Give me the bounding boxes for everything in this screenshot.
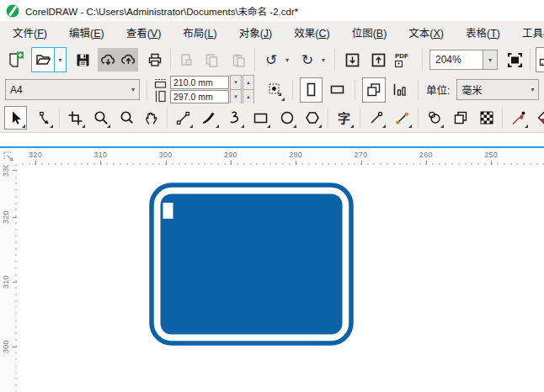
menu-bitmaps[interactable]: 位图(B) — [341, 20, 398, 45]
label: 对象( — [239, 28, 264, 40]
current-page-button[interactable] — [389, 78, 410, 102]
save-to-cloud-button[interactable] — [118, 48, 138, 72]
crop-tool[interactable] — [65, 107, 86, 129]
ellipse-tool[interactable] — [276, 107, 297, 129]
label: ) — [157, 28, 161, 40]
redo-button[interactable]: ↻ — [297, 48, 317, 72]
label: ) — [44, 28, 47, 40]
width-spinner-down[interactable]: ▼ — [230, 75, 242, 90]
shadow-circles-icon — [426, 109, 443, 126]
export-button[interactable] — [368, 48, 388, 72]
page-height-value: 297.0 mm — [173, 92, 213, 102]
menu-table[interactable]: 表格(T) — [455, 20, 511, 45]
landscape-button[interactable] — [327, 78, 348, 102]
nudge-offset-button[interactable] — [264, 78, 285, 102]
redo-dropdown-button[interactable]: ▾ — [317, 48, 328, 72]
import-button[interactable] — [342, 48, 362, 72]
menu-tools[interactable]: 工具(O) — [511, 20, 544, 45]
ruler-origin-corner[interactable] — [0, 148, 18, 166]
nudge-offset-icon — [267, 82, 283, 98]
ruler-label: 280 — [285, 151, 307, 159]
new-document-button[interactable] — [5, 48, 25, 72]
height-spinner-down[interactable]: ▼ — [230, 89, 242, 104]
page-height-field[interactable]: 297.0 mm — [170, 90, 229, 103]
copy-icon — [204, 52, 220, 68]
pick-tool[interactable] — [4, 106, 27, 130]
pattern-fill-tool[interactable] — [476, 107, 497, 129]
toolbox-separator — [328, 108, 328, 128]
pan-tool[interactable] — [141, 107, 162, 129]
label: ) — [213, 28, 216, 40]
text-tool[interactable]: 字 — [333, 107, 355, 129]
shape-tool[interactable] — [33, 107, 54, 129]
label: 工具( — [522, 28, 544, 40]
coreldraw-window: CorelDRAW - C:\Users\Administrator\Docum… — [0, 0, 544, 392]
label: 布局( — [183, 28, 207, 40]
full-screen-preview-button[interactable] — [504, 48, 525, 72]
polygon-tool[interactable] — [301, 107, 323, 129]
label: F — [37, 28, 44, 40]
save-button[interactable] — [72, 48, 93, 72]
connector-tool[interactable] — [392, 107, 413, 129]
chevron-down-icon[interactable]: ▾ — [483, 50, 497, 69]
ruler-label: 270 — [350, 151, 372, 159]
menu-bar: 文件(F) 编辑(E) 查看(V) 布局(L) 对象(J) 效果(C) 位图(B… — [0, 21, 544, 44]
dimension-line-tool[interactable] — [365, 107, 387, 129]
portrait-button[interactable] — [300, 77, 323, 103]
crop-icon — [67, 110, 83, 126]
menu-file[interactable]: 文件(F) — [2, 20, 58, 45]
show-rulers-button[interactable] — [536, 47, 544, 72]
open-from-cloud-button[interactable] — [98, 48, 118, 72]
page-dimensions-group: 210.0 mm ▼ ▲ 297.0 mm ▼ ▲ — [170, 76, 254, 103]
propbar-separator — [292, 80, 293, 100]
color-eyedropper-tool[interactable] — [508, 107, 529, 129]
menu-view[interactable]: 查看(V) — [115, 20, 173, 45]
all-pages-button[interactable] — [362, 77, 386, 103]
zoom-tool[interactable] — [90, 107, 111, 129]
full-screen-icon — [506, 51, 524, 69]
artistic-media-tool[interactable] — [199, 107, 220, 129]
ellipse-icon — [279, 109, 296, 126]
copy-button[interactable] — [201, 48, 221, 72]
ruler-label: 330 — [2, 165, 12, 181]
menu-layout[interactable]: 布局(L) — [172, 20, 227, 45]
sign-shape[interactable] — [145, 178, 355, 347]
publish-to-pdf-button[interactable]: PDF + — [395, 48, 415, 72]
menu-effects[interactable]: 效果(C) — [283, 20, 340, 45]
export-icon — [370, 51, 387, 69]
magnifier-tool[interactable] — [115, 107, 136, 129]
menu-object[interactable]: 对象(J) — [228, 20, 284, 45]
open-button[interactable] — [32, 48, 54, 72]
paste-button[interactable] — [228, 48, 248, 72]
open-dropdown-button[interactable]: ▾ — [54, 48, 66, 72]
ruler-label: 320 — [24, 151, 46, 159]
height-spinner-up[interactable]: ▲ — [243, 89, 254, 104]
drop-shadow-tool[interactable] — [424, 107, 445, 129]
rectangle-tool[interactable] — [250, 107, 271, 129]
ruler-label: 320 — [2, 206, 12, 228]
freehand-tool[interactable] — [173, 107, 194, 129]
print-button[interactable] — [145, 48, 165, 72]
curve-tool[interactable] — [224, 107, 245, 129]
smart-fill-tool[interactable] — [534, 107, 544, 129]
zoom-level-combobox[interactable]: 204% ▾ — [429, 50, 498, 70]
units-combobox[interactable]: 毫米 ▾ — [456, 79, 539, 100]
connector-icon — [394, 110, 410, 126]
transparency-tool[interactable] — [450, 107, 471, 129]
undo-button[interactable]: ↺ — [261, 48, 281, 72]
vertical-ruler[interactable]: 330320310300 — [0, 165, 18, 392]
menu-text[interactable]: 文本(X) — [397, 20, 455, 45]
bspline-curve-icon — [227, 110, 243, 125]
drawing-canvas[interactable] — [17, 165, 544, 392]
width-spinner-up[interactable]: ▲ — [243, 75, 254, 90]
cut-button[interactable] — [176, 48, 196, 72]
ruler-origin-icon — [2, 150, 15, 163]
propbar-separator — [147, 80, 147, 100]
menu-edit[interactable]: 编辑(E) — [58, 20, 115, 45]
units-label: 单位: — [426, 82, 450, 98]
portrait-icon — [303, 82, 319, 98]
page-width-field[interactable]: 210.0 mm — [170, 76, 229, 89]
horizontal-ruler[interactable]: 320310300290280270260250 — [17, 148, 544, 166]
undo-dropdown-button[interactable]: ▾ — [281, 48, 291, 72]
page-size-combobox[interactable]: A4 ▾ — [5, 79, 140, 100]
